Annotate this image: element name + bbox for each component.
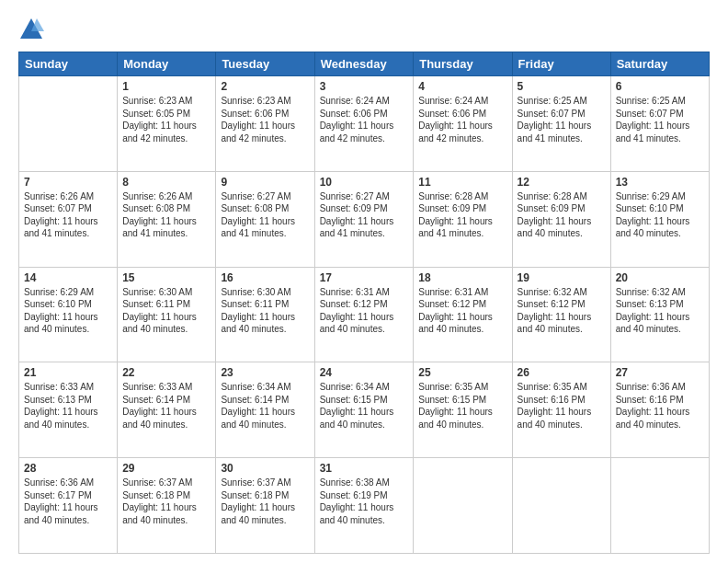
day-info: Sunrise: 6:32 AM Sunset: 6:12 PM Dayligh… <box>518 286 606 336</box>
day-cell: 7Sunrise: 6:26 AM Sunset: 6:07 PM Daylig… <box>19 171 118 267</box>
day-number: 9 <box>221 176 309 189</box>
day-number: 19 <box>518 271 606 284</box>
day-number: 27 <box>616 366 704 379</box>
day-cell: 17Sunrise: 6:31 AM Sunset: 6:12 PM Dayli… <box>314 267 414 362</box>
day-number: 20 <box>616 271 704 284</box>
day-cell: 29Sunrise: 6:37 AM Sunset: 6:18 PM Dayli… <box>118 458 216 554</box>
day-number: 18 <box>418 271 506 284</box>
week-row-1: 1Sunrise: 6:23 AM Sunset: 6:05 PM Daylig… <box>19 76 710 172</box>
day-number: 15 <box>122 271 210 284</box>
day-info: Sunrise: 6:30 AM Sunset: 6:11 PM Dayligh… <box>221 286 309 336</box>
header-cell-tuesday: Tuesday <box>216 52 314 76</box>
day-cell: 2Sunrise: 6:23 AM Sunset: 6:06 PM Daylig… <box>216 76 314 172</box>
day-number: 1 <box>122 80 210 93</box>
header-cell-thursday: Thursday <box>414 52 512 76</box>
day-cell <box>414 458 512 554</box>
day-info: Sunrise: 6:36 AM Sunset: 6:16 PM Dayligh… <box>616 381 704 431</box>
day-info: Sunrise: 6:29 AM Sunset: 6:10 PM Dayligh… <box>616 190 704 240</box>
day-cell: 19Sunrise: 6:32 AM Sunset: 6:12 PM Dayli… <box>512 267 610 362</box>
day-cell: 3Sunrise: 6:24 AM Sunset: 6:06 PM Daylig… <box>314 76 414 172</box>
day-number: 29 <box>122 462 210 475</box>
day-cell: 16Sunrise: 6:30 AM Sunset: 6:11 PM Dayli… <box>216 267 314 362</box>
day-cell: 28Sunrise: 6:36 AM Sunset: 6:17 PM Dayli… <box>19 458 118 554</box>
header-row: SundayMondayTuesdayWednesdayThursdayFrid… <box>19 52 710 76</box>
calendar-body: 1Sunrise: 6:23 AM Sunset: 6:05 PM Daylig… <box>19 76 710 554</box>
day-number: 12 <box>518 176 606 189</box>
day-info: Sunrise: 6:29 AM Sunset: 6:10 PM Dayligh… <box>24 286 112 336</box>
day-info: Sunrise: 6:36 AM Sunset: 6:17 PM Dayligh… <box>24 477 112 526</box>
day-cell: 31Sunrise: 6:38 AM Sunset: 6:19 PM Dayli… <box>314 458 414 554</box>
day-number: 28 <box>24 462 112 475</box>
day-cell: 30Sunrise: 6:37 AM Sunset: 6:18 PM Dayli… <box>216 458 314 554</box>
day-cell: 27Sunrise: 6:36 AM Sunset: 6:16 PM Dayli… <box>610 362 709 458</box>
day-info: Sunrise: 6:32 AM Sunset: 6:13 PM Dayligh… <box>616 286 704 336</box>
day-cell: 14Sunrise: 6:29 AM Sunset: 6:10 PM Dayli… <box>19 267 118 362</box>
day-cell: 26Sunrise: 6:35 AM Sunset: 6:16 PM Dayli… <box>512 362 610 458</box>
day-cell <box>512 458 610 554</box>
day-cell: 15Sunrise: 6:30 AM Sunset: 6:11 PM Dayli… <box>118 267 216 362</box>
day-number: 26 <box>518 366 606 379</box>
header-cell-saturday: Saturday <box>610 52 709 76</box>
day-info: Sunrise: 6:35 AM Sunset: 6:15 PM Dayligh… <box>418 381 506 431</box>
day-number: 2 <box>221 80 309 93</box>
day-number: 5 <box>518 80 606 93</box>
day-info: Sunrise: 6:27 AM Sunset: 6:09 PM Dayligh… <box>320 190 409 240</box>
day-cell: 21Sunrise: 6:33 AM Sunset: 6:13 PM Dayli… <box>19 362 118 458</box>
day-info: Sunrise: 6:34 AM Sunset: 6:14 PM Dayligh… <box>221 381 309 431</box>
day-cell: 23Sunrise: 6:34 AM Sunset: 6:14 PM Dayli… <box>216 362 314 458</box>
day-number: 23 <box>221 366 309 379</box>
header <box>18 17 710 42</box>
header-cell-wednesday: Wednesday <box>314 52 414 76</box>
day-info: Sunrise: 6:25 AM Sunset: 6:07 PM Dayligh… <box>616 95 704 144</box>
day-info: Sunrise: 6:34 AM Sunset: 6:15 PM Dayligh… <box>320 381 409 431</box>
day-number: 10 <box>320 176 409 189</box>
day-cell: 1Sunrise: 6:23 AM Sunset: 6:05 PM Daylig… <box>118 76 216 172</box>
day-number: 4 <box>418 80 506 93</box>
day-info: Sunrise: 6:33 AM Sunset: 6:14 PM Dayligh… <box>122 381 210 431</box>
day-cell: 22Sunrise: 6:33 AM Sunset: 6:14 PM Dayli… <box>118 362 216 458</box>
page: SundayMondayTuesdayWednesdayThursdayFrid… <box>0 0 728 563</box>
day-info: Sunrise: 6:37 AM Sunset: 6:18 PM Dayligh… <box>221 477 309 526</box>
week-row-3: 14Sunrise: 6:29 AM Sunset: 6:10 PM Dayli… <box>19 267 710 362</box>
day-cell: 8Sunrise: 6:26 AM Sunset: 6:08 PM Daylig… <box>118 171 216 267</box>
day-cell: 12Sunrise: 6:28 AM Sunset: 6:09 PM Dayli… <box>512 171 610 267</box>
day-number: 8 <box>122 176 210 189</box>
day-info: Sunrise: 6:25 AM Sunset: 6:07 PM Dayligh… <box>518 95 606 144</box>
day-number: 14 <box>24 271 112 284</box>
day-info: Sunrise: 6:37 AM Sunset: 6:18 PM Dayligh… <box>122 477 210 526</box>
calendar-table: SundayMondayTuesdayWednesdayThursdayFrid… <box>18 52 710 554</box>
day-info: Sunrise: 6:27 AM Sunset: 6:08 PM Dayligh… <box>221 190 309 240</box>
day-info: Sunrise: 6:28 AM Sunset: 6:09 PM Dayligh… <box>518 190 606 240</box>
day-info: Sunrise: 6:24 AM Sunset: 6:06 PM Dayligh… <box>320 95 409 144</box>
day-number: 17 <box>320 271 409 284</box>
week-row-4: 21Sunrise: 6:33 AM Sunset: 6:13 PM Dayli… <box>19 362 710 458</box>
day-number: 22 <box>122 366 210 379</box>
day-info: Sunrise: 6:33 AM Sunset: 6:13 PM Dayligh… <box>24 381 112 431</box>
day-cell: 5Sunrise: 6:25 AM Sunset: 6:07 PM Daylig… <box>512 76 610 172</box>
day-number: 21 <box>24 366 112 379</box>
day-number: 24 <box>320 366 409 379</box>
calendar-header: SundayMondayTuesdayWednesdayThursdayFrid… <box>19 52 710 76</box>
week-row-2: 7Sunrise: 6:26 AM Sunset: 6:07 PM Daylig… <box>19 171 710 267</box>
day-info: Sunrise: 6:24 AM Sunset: 6:06 PM Dayligh… <box>418 95 506 144</box>
day-cell <box>19 76 118 172</box>
day-number: 6 <box>616 80 704 93</box>
day-info: Sunrise: 6:26 AM Sunset: 6:07 PM Dayligh… <box>24 190 112 240</box>
day-cell: 4Sunrise: 6:24 AM Sunset: 6:06 PM Daylig… <box>414 76 512 172</box>
day-cell: 18Sunrise: 6:31 AM Sunset: 6:12 PM Dayli… <box>414 267 512 362</box>
day-number: 31 <box>320 462 409 475</box>
week-row-5: 28Sunrise: 6:36 AM Sunset: 6:17 PM Dayli… <box>19 458 710 554</box>
day-number: 25 <box>418 366 506 379</box>
day-number: 13 <box>616 176 704 189</box>
day-number: 3 <box>320 80 409 93</box>
day-cell: 24Sunrise: 6:34 AM Sunset: 6:15 PM Dayli… <box>314 362 414 458</box>
header-cell-monday: Monday <box>118 52 216 76</box>
header-cell-sunday: Sunday <box>19 52 118 76</box>
day-cell: 9Sunrise: 6:27 AM Sunset: 6:08 PM Daylig… <box>216 171 314 267</box>
day-info: Sunrise: 6:26 AM Sunset: 6:08 PM Dayligh… <box>122 190 210 240</box>
day-info: Sunrise: 6:31 AM Sunset: 6:12 PM Dayligh… <box>418 286 506 336</box>
header-cell-friday: Friday <box>512 52 610 76</box>
day-number: 7 <box>24 176 112 189</box>
day-number: 16 <box>221 271 309 284</box>
day-cell <box>610 458 709 554</box>
